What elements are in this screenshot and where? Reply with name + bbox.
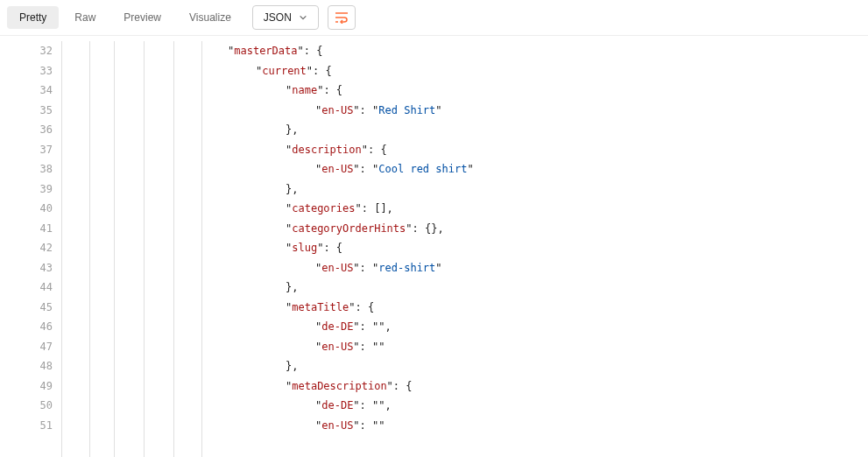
- line-number: 49: [0, 376, 53, 397]
- line-number: 48: [0, 356, 53, 376]
- indent-guides: [61, 36, 228, 457]
- code-line: "slug": {: [228, 238, 868, 258]
- code-line: "en-US": "Red Shirt": [228, 101, 868, 121]
- line-number: 40: [0, 199, 53, 219]
- code-content[interactable]: "masterData": {"current": {"name": {"en-…: [228, 36, 868, 457]
- code-line: "categories": [],: [228, 199, 868, 219]
- line-number: 38: [0, 159, 53, 179]
- line-number: 51: [0, 416, 53, 436]
- line-number: 32: [0, 41, 53, 61]
- code-line: },: [228, 278, 868, 298]
- code-line: "current": {: [228, 61, 868, 81]
- wrap-icon: [335, 11, 349, 24]
- code-line: "en-US": "Cool red shirt": [228, 159, 868, 179]
- code-line: },: [228, 120, 868, 140]
- format-selected-label: JSON: [264, 11, 292, 24]
- chevron-down-icon: [299, 13, 307, 22]
- line-number: 33: [0, 61, 53, 81]
- code-line: "en-US": "": [228, 416, 868, 436]
- line-number: 46: [0, 317, 53, 337]
- code-line: "masterData": {: [228, 41, 868, 61]
- code-line: "de-DE": "",: [228, 317, 868, 337]
- line-number: 42: [0, 238, 53, 258]
- code-line: "metaDescription": {: [228, 376, 868, 397]
- code-line: "description": {: [228, 140, 868, 160]
- tab-pretty[interactable]: Pretty: [7, 6, 59, 29]
- code-line: "categoryOrderHints": {},: [228, 219, 868, 239]
- line-number: 35: [0, 101, 53, 121]
- code-line: },: [228, 356, 868, 376]
- response-toolbar: Pretty Raw Preview Visualize JSON: [0, 0, 868, 36]
- line-number: 47: [0, 337, 53, 357]
- tab-preview[interactable]: Preview: [111, 6, 173, 29]
- line-number: 41: [0, 219, 53, 239]
- line-number: 36: [0, 120, 53, 140]
- code-viewer: 3233343536373839404142434445464748495051…: [0, 36, 868, 457]
- line-number: 39: [0, 179, 53, 200]
- line-number-gutter: 3233343536373839404142434445464748495051: [0, 36, 61, 457]
- line-number: 37: [0, 140, 53, 160]
- code-line: "metaTitle": {: [228, 298, 868, 318]
- line-number: 34: [0, 81, 53, 101]
- tab-raw[interactable]: Raw: [62, 6, 108, 29]
- code-line: },: [228, 179, 868, 200]
- wrap-lines-button[interactable]: [328, 5, 356, 30]
- code-line: "de-DE": "",: [228, 396, 868, 416]
- code-line: "en-US": "red-shirt": [228, 258, 868, 278]
- code-line: "en-US": "": [228, 337, 868, 357]
- tab-visualize[interactable]: Visualize: [177, 6, 243, 29]
- line-number: 44: [0, 278, 53, 298]
- code-line: "name": {: [228, 81, 868, 101]
- line-number: 45: [0, 298, 53, 318]
- format-dropdown[interactable]: JSON: [252, 5, 319, 30]
- line-number: 43: [0, 258, 53, 278]
- line-number: 50: [0, 396, 53, 416]
